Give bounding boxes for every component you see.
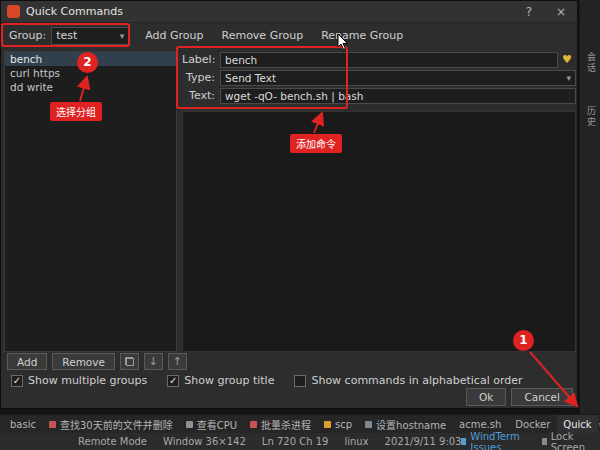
windterm-issues-link[interactable]: WindTerm Issues [461, 431, 527, 450]
group-control: Group: test ▾ [9, 27, 129, 45]
remove-button[interactable]: Remove [52, 353, 115, 370]
tab-find-delete-files[interactable]: 查找30天前的文件并删除 [43, 415, 179, 433]
sidebar-tab-session[interactable]: 会话 [585, 52, 598, 74]
label-value: bench [225, 54, 257, 66]
label-input[interactable]: bench [220, 52, 558, 68]
tab-label: acme.sh [459, 419, 501, 430]
tab-icon [324, 421, 331, 428]
add-button[interactable]: Add [7, 353, 47, 370]
status-left: Remote Mode Window 36×142 Ln 720 Ch 19 l… [78, 436, 461, 447]
quick-commands-dialog: Quick Commands ? × Group: test ▾ Add Gro… [0, 0, 578, 409]
status-cursor-position: Ln 720 Ch 19 [262, 436, 329, 447]
group-select[interactable]: test ▾ [51, 27, 129, 45]
status-shell: linux [344, 436, 368, 447]
type-row: Type: Send Text ▾ [182, 69, 576, 86]
command-list: bench curl https dd write [4, 51, 177, 352]
options-row: ✓ Show multiple groups ✓ Show group titl… [11, 374, 523, 387]
checkbox-icon[interactable] [294, 375, 306, 387]
tab-kill-processes[interactable]: 批量杀进程 [244, 415, 317, 433]
copy-button[interactable] [120, 353, 139, 370]
checkbox-show-group-title[interactable]: ✓ Show group title [167, 374, 274, 387]
text-caption: Text: [182, 89, 215, 102]
dialog-toolbar: Group: test ▾ Add Group Remove Group Ren… [1, 23, 577, 48]
type-select[interactable]: Send Text ▾ [220, 70, 576, 86]
text-value: wget -qO- bench.sh | bash [225, 90, 363, 102]
menu-remove-group[interactable]: Remove Group [220, 27, 306, 44]
issues-icon [461, 438, 466, 445]
tab-icon [186, 421, 193, 428]
tab-set-hostname[interactable]: 设置hostname [359, 415, 452, 433]
command-form: Label: bench ♥ Type: Send Text ▾ Text: w… [182, 51, 576, 105]
help-button[interactable]: ? [513, 1, 545, 23]
checkbox-label: Show multiple groups [28, 374, 147, 387]
arrow-down-icon: ↓ [149, 355, 158, 368]
type-value: Send Text [225, 72, 276, 84]
menu-add-group[interactable]: Add Group [143, 27, 205, 44]
command-list-item[interactable]: dd write [5, 80, 176, 94]
tab-label: 查看CPU [197, 417, 237, 432]
move-down-button[interactable]: ↓ [144, 353, 163, 370]
checkbox-label: Show commands in alphabetical order [311, 374, 522, 387]
favorite-icon[interactable]: ♥ [558, 53, 576, 66]
dialog-footer: Ok Cancel [466, 388, 573, 406]
cancel-button[interactable]: Cancel [511, 388, 573, 406]
dialog-titlebar: Quick Commands ? × [1, 1, 577, 23]
tab-label: 设置hostname [376, 417, 446, 432]
command-editor-area[interactable] [182, 111, 576, 352]
arrow-up-icon: ↑ [173, 355, 182, 368]
ok-button[interactable]: Ok [466, 388, 506, 406]
status-datetime: 2021/9/11 9:03 [385, 436, 462, 447]
checkbox-label: Show group title [184, 374, 274, 387]
copy-icon [125, 357, 134, 366]
command-list-item[interactable]: bench [5, 52, 176, 66]
dialog-close-button[interactable]: × [545, 1, 577, 23]
tab-label: scp [335, 419, 352, 430]
tab-label: Quick [563, 419, 591, 430]
checkbox-alphabetical-order[interactable]: Show commands in alphabetical order [294, 374, 522, 387]
tab-icon [49, 421, 56, 428]
checkbox-icon[interactable]: ✓ [11, 375, 23, 387]
tab-label: 查找30天前的文件并删除 [60, 417, 173, 432]
status-right: WindTerm Issues Lock Screen [461, 431, 592, 450]
status-window-size: Window 36×142 [163, 436, 246, 447]
label-caption: Label: [182, 53, 215, 66]
command-list-item[interactable]: curl https [5, 66, 176, 80]
list-actions: Add Remove ↓ ↑ [7, 353, 187, 370]
text-input[interactable]: wget -qO- bench.sh | bash [220, 88, 576, 104]
dialog-title: Quick Commands [26, 5, 513, 18]
menu-rename-group[interactable]: Rename Group [319, 27, 405, 44]
sidebar-tab-history[interactable]: 历史 [585, 106, 598, 128]
status-mode: Remote Mode [78, 436, 147, 447]
tab-basic[interactable]: basic [4, 415, 42, 433]
right-sidebar: 会话 历史 [579, 0, 600, 414]
tab-icon [365, 421, 372, 428]
move-up-button[interactable]: ↑ [168, 353, 187, 370]
tab-icon [250, 421, 257, 428]
text-row: Text: wget -qO- bench.sh | bash [182, 87, 576, 104]
quick-commands-icon [7, 5, 20, 18]
tab-scp[interactable]: scp [318, 415, 358, 433]
tab-label: Docker [515, 419, 550, 430]
lock-screen-button[interactable]: Lock Screen [542, 431, 592, 450]
type-caption: Type: [182, 71, 215, 84]
group-select-value: test [56, 29, 77, 42]
tab-label: 批量杀进程 [261, 417, 311, 432]
group-label: Group: [9, 29, 46, 42]
tab-view-cpu[interactable]: 查看CPU [180, 415, 243, 433]
tab-label: basic [10, 419, 36, 430]
status-bar: Remote Mode Window 36×142 Ln 720 Ch 19 l… [0, 433, 600, 450]
checkbox-show-multiple-groups[interactable]: ✓ Show multiple groups [11, 374, 147, 387]
checkbox-icon[interactable]: ✓ [167, 375, 179, 387]
lock-icon [542, 438, 547, 445]
chevron-down-icon: ▾ [120, 31, 125, 41]
label-row: Label: bench ♥ [182, 51, 576, 68]
chevron-down-icon: ▾ [566, 73, 571, 83]
